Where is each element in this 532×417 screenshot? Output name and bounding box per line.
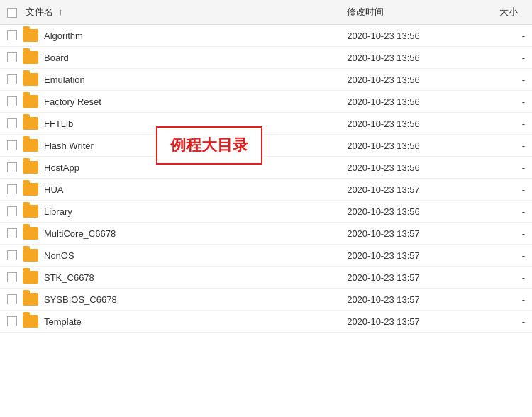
file-size-cell: - — [473, 311, 532, 333]
table-row[interactable]: Template 2020-10-23 13:57 - — [0, 311, 532, 333]
table-row[interactable]: Emulation 2020-10-23 13:56 - — [0, 69, 532, 91]
file-name-text: HUA — [44, 184, 63, 195]
header-date-label[interactable]: 修改时间 — [340, 0, 473, 25]
file-name-cell: STK_C6678 — [0, 267, 340, 289]
file-size-cell: - — [473, 201, 532, 223]
file-date-cell: 2020-10-23 13:56 — [340, 135, 473, 157]
file-size-cell: - — [473, 91, 532, 113]
header-filename-label[interactable]: 文件名 — [26, 6, 53, 17]
file-date-cell: 2020-10-23 13:57 — [340, 179, 473, 201]
folder-icon — [23, 271, 38, 284]
row-checkbox[interactable] — [7, 228, 17, 238]
file-size-cell: - — [473, 179, 532, 201]
file-date-cell: 2020-10-23 13:57 — [340, 311, 473, 333]
file-name-text: Template — [44, 316, 82, 327]
file-date-cell: 2020-10-23 13:57 — [340, 223, 473, 245]
file-name-cell: FFTLib — [0, 113, 340, 135]
file-date-cell: 2020-10-23 13:56 — [340, 69, 473, 91]
file-name-text: Flash Writer — [44, 140, 94, 151]
file-size-cell: - — [473, 113, 532, 135]
file-date-cell: 2020-10-23 13:56 — [340, 25, 473, 47]
file-name-text: NonOS — [44, 250, 74, 261]
file-date-cell: 2020-10-23 13:57 — [340, 267, 473, 289]
folder-icon — [23, 315, 38, 328]
table-row[interactable]: NonOS 2020-10-23 13:57 - — [0, 245, 532, 267]
row-checkbox[interactable] — [7, 96, 17, 106]
file-name-cell: Template — [0, 311, 340, 333]
file-name-cell: Library — [0, 201, 340, 223]
row-checkbox[interactable] — [7, 250, 17, 260]
file-name-text: Library — [44, 206, 72, 217]
table-row[interactable]: Algorithm 2020-10-23 13:56 - — [0, 25, 532, 47]
row-checkbox[interactable] — [7, 206, 17, 216]
file-name-cell: Board — [0, 47, 340, 69]
file-name-text: Board — [44, 52, 69, 63]
table-row[interactable]: SYSBIOS_C6678 2020-10-23 13:57 - — [0, 289, 532, 311]
table-row[interactable]: STK_C6678 2020-10-23 13:57 - — [0, 267, 532, 289]
table-header-row: 文件名 ↑ 修改时间 大小 — [0, 0, 532, 25]
file-name-text: MultiCore_C6678 — [44, 228, 116, 239]
file-name-text: Algorithm — [44, 30, 83, 41]
folder-icon — [23, 95, 38, 108]
table-row[interactable]: HostApp 2020-10-23 13:56 - — [0, 157, 532, 179]
file-size-cell: - — [473, 223, 532, 245]
file-name-text: SYSBIOS_C6678 — [44, 294, 117, 305]
file-name-cell: HostApp — [0, 157, 340, 179]
row-checkbox[interactable] — [7, 294, 17, 304]
folder-icon — [23, 227, 38, 240]
file-size-cell: - — [473, 157, 532, 179]
row-checkbox[interactable] — [7, 272, 17, 282]
file-date-cell: 2020-10-23 13:56 — [340, 113, 473, 135]
file-name-cell: Factory Reset — [0, 91, 340, 113]
folder-icon — [23, 161, 38, 174]
folder-icon — [23, 293, 38, 306]
table-row[interactable]: MultiCore_C6678 2020-10-23 13:57 - — [0, 223, 532, 245]
file-name-cell: SYSBIOS_C6678 — [0, 289, 340, 311]
file-name-cell: Emulation — [0, 69, 340, 91]
file-name-text: FFTLib — [44, 118, 73, 129]
file-name-cell: NonOS — [0, 245, 340, 267]
table-row[interactable]: Board 2020-10-23 13:56 - — [0, 47, 532, 69]
table-row[interactable]: Library 2020-10-23 13:56 - — [0, 201, 532, 223]
row-checkbox[interactable] — [7, 52, 17, 62]
file-list-table: 文件名 ↑ 修改时间 大小 Algorithm 2020-10-23 13:56… — [0, 0, 532, 333]
file-name-cell: Flash Writer — [0, 135, 340, 157]
file-date-cell: 2020-10-23 13:56 — [340, 47, 473, 69]
file-size-cell: - — [473, 135, 532, 157]
file-date-cell: 2020-10-23 13:56 — [340, 91, 473, 113]
folder-icon — [23, 73, 38, 86]
row-checkbox[interactable] — [7, 74, 17, 84]
file-size-cell: - — [473, 289, 532, 311]
folder-icon — [23, 205, 38, 218]
folder-icon — [23, 29, 38, 42]
folder-icon — [23, 139, 38, 152]
file-size-cell: - — [473, 25, 532, 47]
file-date-cell: 2020-10-23 13:57 — [340, 245, 473, 267]
table-row[interactable]: FFTLib 2020-10-23 13:56 - — [0, 113, 532, 135]
file-name-text: HostApp — [44, 162, 79, 173]
file-size-cell: - — [473, 69, 532, 91]
folder-icon — [23, 51, 38, 64]
file-size-cell: - — [473, 267, 532, 289]
row-checkbox[interactable] — [7, 30, 17, 40]
folder-icon — [23, 117, 38, 130]
header-checkbox-col: 文件名 ↑ — [0, 0, 340, 25]
file-size-cell: - — [473, 245, 532, 267]
file-name-text: Factory Reset — [44, 96, 101, 107]
file-size-cell: - — [473, 47, 532, 69]
table-row[interactable]: HUA 2020-10-23 13:57 - — [0, 179, 532, 201]
header-checkbox — [7, 8, 17, 18]
file-date-cell: 2020-10-23 13:56 — [340, 157, 473, 179]
row-checkbox[interactable] — [7, 316, 17, 326]
row-checkbox[interactable] — [7, 184, 17, 194]
folder-icon — [23, 183, 38, 196]
table-row[interactable]: Factory Reset 2020-10-23 13:56 - — [0, 91, 532, 113]
file-name-cell: Algorithm — [0, 25, 340, 47]
row-checkbox[interactable] — [7, 162, 17, 172]
file-name-text: Emulation — [44, 74, 85, 85]
row-checkbox[interactable] — [7, 140, 17, 150]
table-row[interactable]: Flash Writer 2020-10-23 13:56 - — [0, 135, 532, 157]
row-checkbox[interactable] — [7, 118, 17, 128]
header-size-label[interactable]: 大小 — [473, 0, 532, 25]
file-name-text: STK_C6678 — [44, 272, 94, 283]
